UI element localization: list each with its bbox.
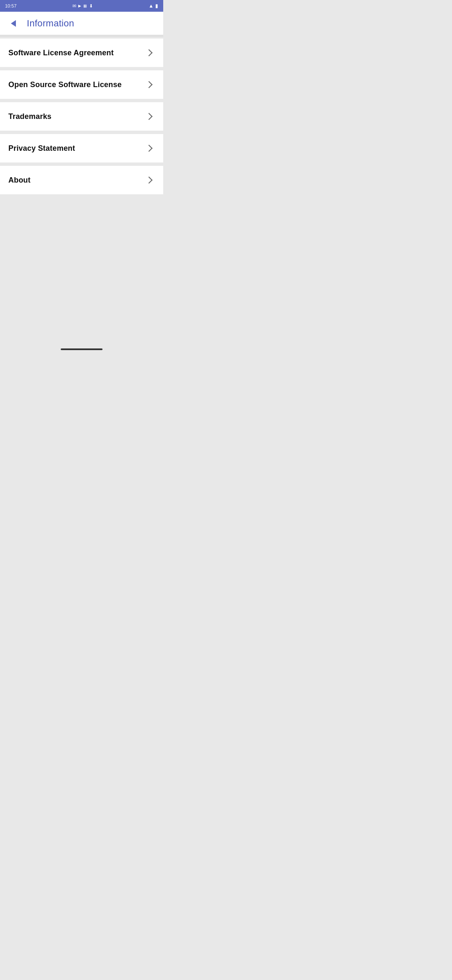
menu-item-about[interactable]: About xyxy=(0,166,163,194)
status-right-icons: ▲ ▮ xyxy=(149,3,158,9)
chevron-right-icon xyxy=(145,80,155,90)
menu-item-label: About xyxy=(8,176,31,185)
battery-icon: ▮ xyxy=(155,3,158,9)
bottom-nav-indicator xyxy=(61,348,103,350)
status-notification-icons xyxy=(72,3,93,9)
back-button[interactable] xyxy=(7,17,20,30)
separator-4 xyxy=(0,162,163,166)
back-arrow-icon xyxy=(11,20,16,27)
page-title: Information xyxy=(27,18,74,29)
chevron-right-icon xyxy=(145,143,155,153)
calendar-icon xyxy=(83,4,87,8)
envelope-icon xyxy=(72,3,76,9)
menu-item-label: Privacy Statement xyxy=(8,144,75,153)
separator-3 xyxy=(0,131,163,134)
content-area: Software License Agreement Open Source S… xyxy=(0,37,163,194)
status-bar: 10:57 ▲ ▮ xyxy=(0,0,163,12)
menu-item-trademarks[interactable]: Trademarks xyxy=(0,102,163,131)
wifi-icon: ▲ xyxy=(149,3,154,9)
chevron-right-icon xyxy=(145,48,155,58)
chevron-right-icon xyxy=(145,175,155,185)
chevron-right-icon xyxy=(145,111,155,121)
menu-item-open-source[interactable]: Open Source Software License xyxy=(0,70,163,99)
status-time: 10:57 xyxy=(5,3,17,8)
play-icon xyxy=(78,4,81,8)
menu-item-label: Software License Agreement xyxy=(8,49,114,57)
menu-item-label: Trademarks xyxy=(8,112,51,121)
download-icon xyxy=(89,3,93,9)
separator-1 xyxy=(0,67,163,70)
menu-item-label: Open Source Software License xyxy=(8,80,122,89)
app-bar: Information xyxy=(0,12,163,35)
separator-2 xyxy=(0,99,163,102)
menu-item-software-license[interactable]: Software License Agreement xyxy=(0,39,163,67)
menu-item-privacy[interactable]: Privacy Statement xyxy=(0,134,163,162)
